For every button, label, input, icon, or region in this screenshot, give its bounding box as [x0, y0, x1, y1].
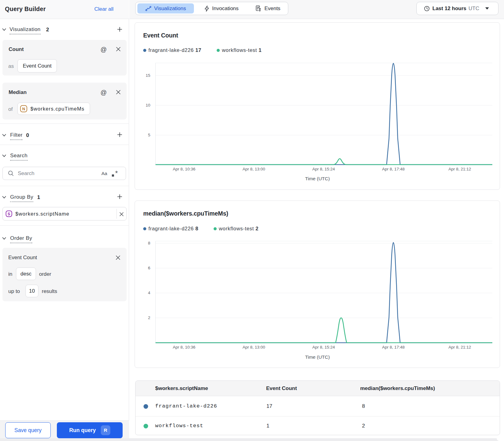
svg-text:*: * [115, 170, 118, 177]
svg-text:N: N [22, 107, 25, 111]
svg-text:S: S [8, 212, 10, 216]
